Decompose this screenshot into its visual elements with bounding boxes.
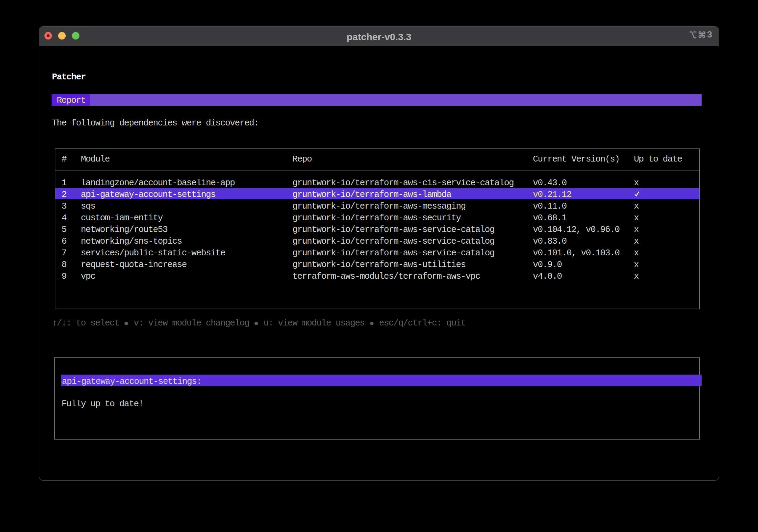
svg-text:3: 3 — [707, 30, 712, 40]
